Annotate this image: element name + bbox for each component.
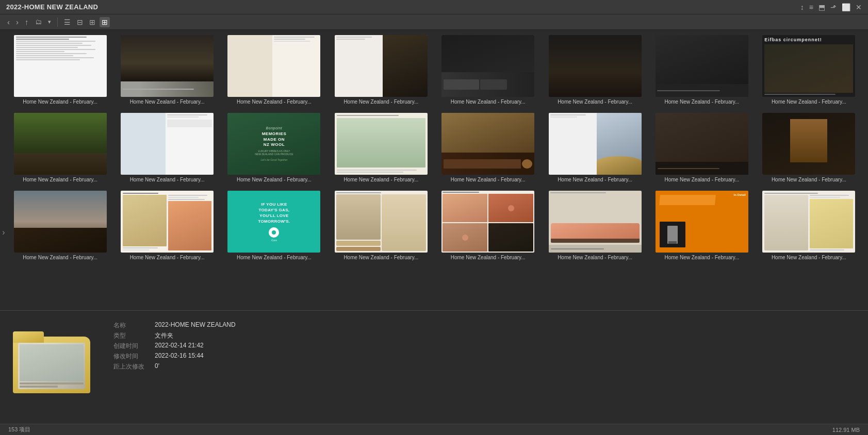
- list-item[interactable]: Home New Zealand - February...: [650, 33, 754, 107]
- list-item[interactable]: Home New Zealand - February...: [115, 189, 219, 262]
- list-item[interactable]: Home New Zealand - February...: [8, 111, 112, 185]
- thumbnail-image: [14, 35, 107, 97]
- list-item[interactable]: Home New Zealand - February...: [8, 189, 112, 262]
- file-label: Home New Zealand - February...: [558, 177, 632, 182]
- new-folder-icon[interactable]: ⬒: [818, 3, 825, 11]
- list-item[interactable]: Home New Zealand - February...: [436, 33, 540, 107]
- thumbnail-image: [335, 191, 428, 253]
- toolbar-separator: [57, 18, 58, 27]
- list-item[interactable]: Home New Zealand - February...: [757, 111, 861, 185]
- type-label: 类型: [113, 331, 144, 340]
- thumbnail-image: [549, 35, 642, 97]
- file-grid-scroll[interactable]: Home New Zealand - February... Home New …: [0, 30, 868, 310]
- file-label: Home New Zealand - February...: [558, 99, 632, 105]
- thumbnail-image: [441, 35, 534, 97]
- thumbnail-image: [762, 113, 855, 175]
- thumbnail-image: Eifbas circumpennet!: [762, 35, 855, 97]
- modified-value: 2022-02-16 15:44: [155, 352, 236, 361]
- file-label: Home New Zealand - February...: [130, 177, 205, 182]
- toolbar: ‹ › ↑ 🗂 ▾ ☰ ⊟ ⊞ ⊞: [0, 14, 868, 30]
- list-item[interactable]: IF YOU LIKETODAY'S GAS,YOU'LL LOVETOMORR…: [222, 189, 326, 262]
- file-label: Home New Zealand - February...: [23, 255, 97, 260]
- window-title: 2022-HOME NEW ZEALAND: [6, 3, 98, 11]
- file-label: Home New Zealand - February...: [130, 99, 205, 105]
- column-view-button[interactable]: ⊟: [75, 17, 85, 27]
- list-item[interactable]: Home New Zealand - February...: [329, 189, 433, 262]
- list-item[interactable]: Home New Zealand - February...: [329, 111, 433, 185]
- list-item[interactable]: Home New Zealand - February...: [650, 111, 754, 185]
- created-label: 创建时间: [113, 342, 144, 350]
- thumbnail-image: [656, 113, 748, 175]
- folder-icon: [13, 321, 90, 393]
- list-item[interactable]: Home New Zealand - February...: [436, 189, 540, 262]
- list-item[interactable]: Home New Zealand - February...: [543, 189, 647, 262]
- list-item[interactable]: Home New Zealand - February...: [115, 111, 219, 185]
- list-item[interactable]: Home New Zealand - February...: [115, 33, 219, 107]
- list-item[interactable]: Home New Zealand - February...: [436, 111, 540, 185]
- file-label: Home New Zealand - February...: [23, 99, 97, 105]
- file-label: Home New Zealand - February...: [772, 255, 846, 260]
- thumbnail-image: [335, 113, 428, 175]
- type-value: 文件夹: [155, 331, 236, 340]
- item-count: 153 项目: [8, 426, 30, 433]
- fullscreen-icon[interactable]: ⬜: [842, 3, 850, 11]
- file-label: Home New Zealand - February...: [451, 177, 526, 182]
- last-open-label: 距上次修改: [113, 362, 144, 371]
- list-item[interactable]: Home New Zealand - February...: [543, 111, 647, 185]
- file-size: 112.91 MB: [832, 427, 860, 433]
- thumbnail-image: [14, 191, 107, 253]
- list-item[interactable]: Home New Zealand - February...: [222, 33, 326, 107]
- file-label: Home New Zealand - February...: [343, 255, 418, 260]
- created-value: 2022-02-14 21:42: [155, 342, 236, 350]
- last-open-value: 0': [155, 362, 236, 371]
- list-view-button[interactable]: ☰: [62, 17, 73, 27]
- list-item[interactable]: Home New Zealand - February...: [8, 33, 112, 107]
- file-label: Home New Zealand - February...: [451, 99, 526, 105]
- thumbnail-image: [441, 113, 534, 175]
- close-icon[interactable]: ✕: [856, 3, 862, 11]
- cover-view-button[interactable]: ⊞: [87, 17, 97, 27]
- list-item[interactable]: In Detail Home New Zealand - February...: [650, 189, 754, 262]
- thumbnail-image: [121, 191, 214, 253]
- modified-label: 修改时间: [113, 352, 144, 361]
- back-button[interactable]: ‹: [5, 16, 12, 27]
- list-icon[interactable]: ≡: [809, 3, 813, 11]
- thumbnail-image: [656, 35, 748, 97]
- stats-bar: 153 项目 112.91 MB: [0, 424, 868, 435]
- list-item[interactable]: Eifbas circumpennet! Home New Zealand - …: [757, 33, 861, 107]
- folder-content-preview: [18, 343, 85, 389]
- main-content: Home New Zealand - February... Home New …: [0, 30, 868, 310]
- list-item[interactable]: Home New Zealand - February...: [329, 33, 433, 107]
- share-icon[interactable]: ⬏: [830, 3, 837, 11]
- up-button[interactable]: ↑: [23, 16, 31, 27]
- file-label: Home New Zealand - February...: [237, 177, 312, 182]
- info-panel: 名称 2022-HOME NEW ZEALAND 类型 文件夹 创建时间 202…: [0, 310, 868, 424]
- thumbnail-image: [762, 191, 855, 253]
- list-item[interactable]: Bonpoint MEMORIESMADE ONNZ WOOL LUXURY F…: [222, 111, 326, 185]
- grid-view-button[interactable]: ⊞: [100, 17, 110, 27]
- list-item[interactable]: Home New Zealand - February...: [757, 189, 861, 262]
- title-bar-right: ↕ ≡ ⬒ ⬏ ⬜ ✕: [800, 3, 862, 11]
- thumbnail-image: [14, 113, 107, 175]
- thumbnail-image: [121, 35, 214, 97]
- forward-button[interactable]: ›: [14, 16, 21, 27]
- file-grid: Home New Zealand - February... Home New …: [8, 33, 861, 262]
- folder-button[interactable]: 🗂: [33, 17, 44, 27]
- file-label: Home New Zealand - February...: [343, 99, 418, 105]
- thumbnail-image: In Detail: [656, 191, 748, 253]
- file-label: Home New Zealand - February...: [665, 255, 740, 260]
- folder-content-inner: [18, 343, 85, 389]
- name-label: 名称: [113, 321, 144, 330]
- file-label: Home New Zealand - February...: [665, 177, 740, 182]
- file-label: Home New Zealand - February...: [23, 177, 97, 182]
- thumbnail-image: [227, 35, 320, 97]
- file-label: Home New Zealand - February...: [237, 99, 312, 105]
- thumbnail-image: [549, 113, 642, 175]
- thumbnail-image: IF YOU LIKETODAY'S GAS,YOU'LL LOVETOMORR…: [227, 191, 320, 253]
- dropdown-button[interactable]: ▾: [46, 18, 53, 26]
- file-label: Home New Zealand - February...: [130, 255, 205, 260]
- list-item[interactable]: Home New Zealand - February...: [543, 33, 647, 107]
- file-label: Home New Zealand - February...: [772, 99, 846, 105]
- left-scroll-arrow[interactable]: ›: [0, 30, 7, 435]
- sort-icon[interactable]: ↕: [800, 3, 804, 11]
